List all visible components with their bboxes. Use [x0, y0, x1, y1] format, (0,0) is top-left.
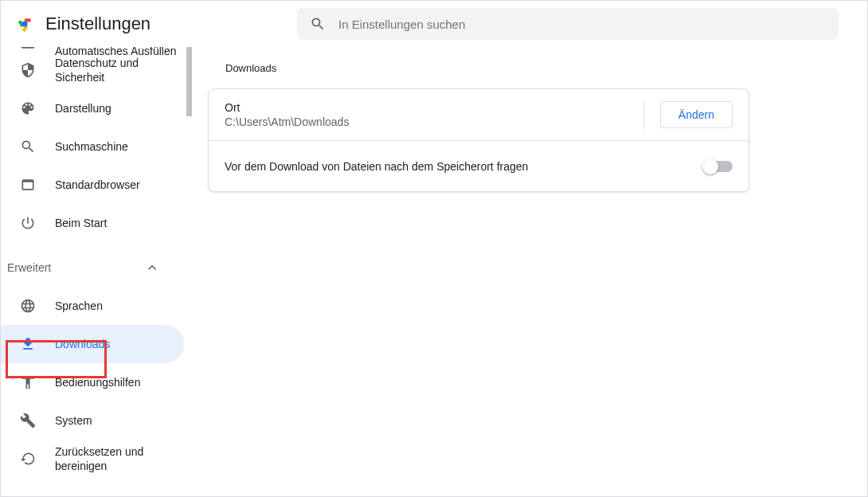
sidebar-item-on-startup[interactable]: Beim Start [1, 204, 184, 242]
search-settings[interactable] [297, 8, 839, 40]
change-location-button[interactable]: Ändern [660, 101, 733, 128]
sidebar-item-label: Zurücksetzen und bereinigen [55, 444, 184, 473]
sidebar-item-label: Darstellung [55, 101, 111, 115]
scrollbar-thumb[interactable] [186, 46, 192, 116]
content-area: Downloads Ort C:\Users\Atm\Downloads Änd… [201, 35, 867, 496]
ask-location-label: Vor dem Download von Dateien nach dem Sp… [225, 160, 528, 173]
sidebar-item-system[interactable]: System [1, 401, 184, 440]
svg-point-3 [22, 22, 28, 27]
restore-icon [20, 451, 36, 467]
sidebar-item-label: Standardbrowser [55, 178, 140, 192]
accessibility-icon [20, 374, 36, 390]
ask-location-row: Vor dem Download von Dateien nach dem Sp… [209, 140, 749, 191]
sidebar-item-downloads[interactable]: Downloads [1, 325, 184, 363]
divider [643, 100, 644, 129]
sidebar-section-advanced[interactable]: Erweitert [1, 248, 179, 287]
download-icon [20, 336, 36, 352]
sidebar-section-label: Erweitert [7, 260, 51, 275]
browser-icon [20, 177, 36, 193]
sidebar-item-accessibility[interactable]: Bedienungshilfen [1, 363, 184, 401]
sidebar-item-appearance[interactable]: Darstellung [1, 89, 184, 127]
page-title: Einstellungen [45, 14, 151, 34]
app-header: Einstellungen [1, 1, 867, 47]
ask-location-toggle[interactable] [704, 161, 733, 172]
location-path: C:\Users\Atm\Downloads [225, 115, 349, 128]
sidebar-item-label: Beim Start [55, 216, 107, 230]
location-label: Ort [225, 101, 349, 114]
chevron-up-icon [144, 260, 160, 276]
globe-icon [20, 298, 36, 314]
sidebar-item-label: Datenschutz und Sicherheit [55, 56, 184, 84]
wrench-icon [20, 413, 36, 429]
downloads-card: Ort C:\Users\Atm\Downloads Ändern Vor de… [208, 88, 749, 192]
sidebar-item-reset[interactable]: Zurücksetzen und bereinigen [1, 440, 184, 478]
palette-icon [20, 100, 36, 116]
sidebar-item-search-engine[interactable]: Suchmaschine [1, 127, 184, 166]
shield-icon [20, 62, 36, 78]
location-row: Ort C:\Users\Atm\Downloads Ändern [209, 89, 749, 140]
toggle-knob [702, 158, 718, 174]
sidebar-item-languages[interactable]: Sprachen [1, 287, 184, 325]
sidebar-item-default-browser[interactable]: Standardbrowser [1, 166, 184, 204]
sidebar-item-label: Automatisches Ausfüllen [55, 46, 177, 55]
sidebar-item-label: Bedienungshilfen [55, 375, 140, 389]
sidebar-item-label: Downloads [55, 337, 110, 351]
search-icon [310, 16, 326, 32]
section-heading: Downloads [208, 62, 749, 74]
search-icon [20, 139, 36, 155]
sidebar-item-label: Sprachen [55, 299, 103, 313]
sidebar-item-label: System [55, 413, 92, 428]
sidebar-item-privacy[interactable]: Datenschutz und Sicherheit [1, 51, 184, 89]
chrome-logo-icon [17, 16, 33, 32]
sidebar: Automatisches Ausfüllen Datenschutz und … [1, 35, 201, 496]
search-input[interactable] [338, 18, 826, 31]
sidebar-item-label: Suchmaschine [55, 139, 128, 154]
power-icon [20, 215, 36, 231]
